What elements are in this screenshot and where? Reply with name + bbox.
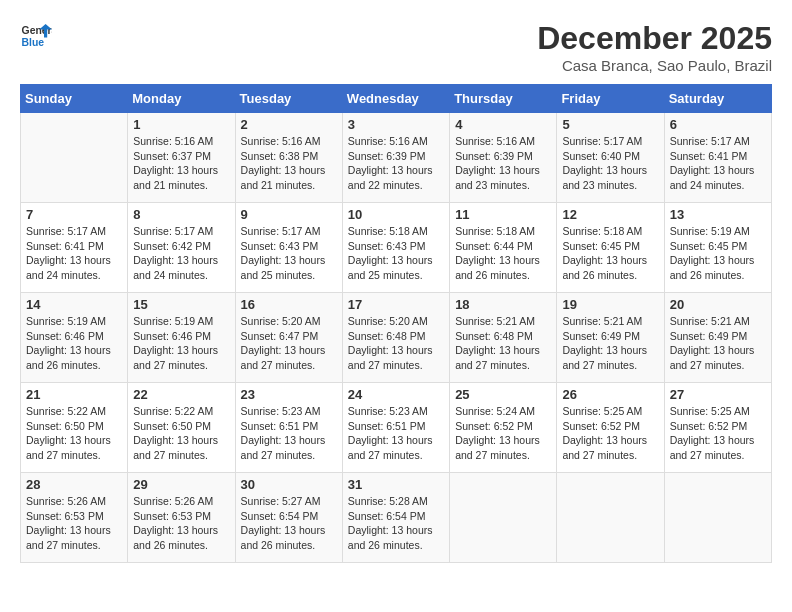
day-number: 25: [455, 387, 551, 402]
day-number: 12: [562, 207, 658, 222]
calendar-cell: 12Sunrise: 5:18 AM Sunset: 6:45 PM Dayli…: [557, 203, 664, 293]
day-info: Sunrise: 5:20 AM Sunset: 6:48 PM Dayligh…: [348, 314, 444, 373]
calendar-cell: 8Sunrise: 5:17 AM Sunset: 6:42 PM Daylig…: [128, 203, 235, 293]
calendar-cell: 21Sunrise: 5:22 AM Sunset: 6:50 PM Dayli…: [21, 383, 128, 473]
day-number: 24: [348, 387, 444, 402]
day-info: Sunrise: 5:27 AM Sunset: 6:54 PM Dayligh…: [241, 494, 337, 553]
day-number: 3: [348, 117, 444, 132]
day-number: 21: [26, 387, 122, 402]
day-info: Sunrise: 5:21 AM Sunset: 6:49 PM Dayligh…: [562, 314, 658, 373]
day-number: 17: [348, 297, 444, 312]
calendar-cell: 28Sunrise: 5:26 AM Sunset: 6:53 PM Dayli…: [21, 473, 128, 563]
calendar-cell: 22Sunrise: 5:22 AM Sunset: 6:50 PM Dayli…: [128, 383, 235, 473]
day-info: Sunrise: 5:24 AM Sunset: 6:52 PM Dayligh…: [455, 404, 551, 463]
calendar-cell: 10Sunrise: 5:18 AM Sunset: 6:43 PM Dayli…: [342, 203, 449, 293]
day-number: 23: [241, 387, 337, 402]
day-number: 10: [348, 207, 444, 222]
day-number: 28: [26, 477, 122, 492]
day-info: Sunrise: 5:26 AM Sunset: 6:53 PM Dayligh…: [133, 494, 229, 553]
calendar-cell: 27Sunrise: 5:25 AM Sunset: 6:52 PM Dayli…: [664, 383, 771, 473]
calendar-week-2: 7Sunrise: 5:17 AM Sunset: 6:41 PM Daylig…: [21, 203, 772, 293]
calendar-cell: 19Sunrise: 5:21 AM Sunset: 6:49 PM Dayli…: [557, 293, 664, 383]
day-info: Sunrise: 5:16 AM Sunset: 6:39 PM Dayligh…: [455, 134, 551, 193]
day-info: Sunrise: 5:25 AM Sunset: 6:52 PM Dayligh…: [670, 404, 766, 463]
calendar-cell: 1Sunrise: 5:16 AM Sunset: 6:37 PM Daylig…: [128, 113, 235, 203]
day-info: Sunrise: 5:17 AM Sunset: 6:40 PM Dayligh…: [562, 134, 658, 193]
day-number: 2: [241, 117, 337, 132]
day-info: Sunrise: 5:20 AM Sunset: 6:47 PM Dayligh…: [241, 314, 337, 373]
day-info: Sunrise: 5:19 AM Sunset: 6:46 PM Dayligh…: [26, 314, 122, 373]
day-number: 14: [26, 297, 122, 312]
day-info: Sunrise: 5:16 AM Sunset: 6:37 PM Dayligh…: [133, 134, 229, 193]
calendar-cell: 7Sunrise: 5:17 AM Sunset: 6:41 PM Daylig…: [21, 203, 128, 293]
calendar-cell: 13Sunrise: 5:19 AM Sunset: 6:45 PM Dayli…: [664, 203, 771, 293]
day-number: 27: [670, 387, 766, 402]
day-number: 7: [26, 207, 122, 222]
day-number: 4: [455, 117, 551, 132]
calendar-cell: 30Sunrise: 5:27 AM Sunset: 6:54 PM Dayli…: [235, 473, 342, 563]
calendar-cell: 17Sunrise: 5:20 AM Sunset: 6:48 PM Dayli…: [342, 293, 449, 383]
title-block: December 2025 Casa Branca, Sao Paulo, Br…: [537, 20, 772, 74]
location-subtitle: Casa Branca, Sao Paulo, Brazil: [537, 57, 772, 74]
calendar-week-4: 21Sunrise: 5:22 AM Sunset: 6:50 PM Dayli…: [21, 383, 772, 473]
day-info: Sunrise: 5:28 AM Sunset: 6:54 PM Dayligh…: [348, 494, 444, 553]
day-number: 18: [455, 297, 551, 312]
weekday-header-row: SundayMondayTuesdayWednesdayThursdayFrid…: [21, 85, 772, 113]
calendar-cell: 3Sunrise: 5:16 AM Sunset: 6:39 PM Daylig…: [342, 113, 449, 203]
day-number: 1: [133, 117, 229, 132]
calendar-cell: 29Sunrise: 5:26 AM Sunset: 6:53 PM Dayli…: [128, 473, 235, 563]
day-number: 16: [241, 297, 337, 312]
calendar-week-1: 1Sunrise: 5:16 AM Sunset: 6:37 PM Daylig…: [21, 113, 772, 203]
day-number: 20: [670, 297, 766, 312]
day-info: Sunrise: 5:22 AM Sunset: 6:50 PM Dayligh…: [133, 404, 229, 463]
weekday-header-friday: Friday: [557, 85, 664, 113]
day-info: Sunrise: 5:21 AM Sunset: 6:49 PM Dayligh…: [670, 314, 766, 373]
calendar-cell: 24Sunrise: 5:23 AM Sunset: 6:51 PM Dayli…: [342, 383, 449, 473]
day-info: Sunrise: 5:19 AM Sunset: 6:46 PM Dayligh…: [133, 314, 229, 373]
day-info: Sunrise: 5:17 AM Sunset: 6:41 PM Dayligh…: [670, 134, 766, 193]
weekday-header-monday: Monday: [128, 85, 235, 113]
day-info: Sunrise: 5:18 AM Sunset: 6:43 PM Dayligh…: [348, 224, 444, 283]
calendar-cell: [21, 113, 128, 203]
day-number: 30: [241, 477, 337, 492]
day-number: 22: [133, 387, 229, 402]
weekday-header-tuesday: Tuesday: [235, 85, 342, 113]
calendar-week-3: 14Sunrise: 5:19 AM Sunset: 6:46 PM Dayli…: [21, 293, 772, 383]
day-info: Sunrise: 5:23 AM Sunset: 6:51 PM Dayligh…: [241, 404, 337, 463]
day-number: 29: [133, 477, 229, 492]
day-number: 5: [562, 117, 658, 132]
calendar-cell: 14Sunrise: 5:19 AM Sunset: 6:46 PM Dayli…: [21, 293, 128, 383]
calendar-week-5: 28Sunrise: 5:26 AM Sunset: 6:53 PM Dayli…: [21, 473, 772, 563]
day-info: Sunrise: 5:16 AM Sunset: 6:38 PM Dayligh…: [241, 134, 337, 193]
day-info: Sunrise: 5:23 AM Sunset: 6:51 PM Dayligh…: [348, 404, 444, 463]
calendar-cell: [557, 473, 664, 563]
logo: General Blue: [20, 20, 52, 52]
day-number: 19: [562, 297, 658, 312]
calendar-cell: 16Sunrise: 5:20 AM Sunset: 6:47 PM Dayli…: [235, 293, 342, 383]
calendar-cell: 20Sunrise: 5:21 AM Sunset: 6:49 PM Dayli…: [664, 293, 771, 383]
day-number: 13: [670, 207, 766, 222]
day-info: Sunrise: 5:22 AM Sunset: 6:50 PM Dayligh…: [26, 404, 122, 463]
calendar-cell: 23Sunrise: 5:23 AM Sunset: 6:51 PM Dayli…: [235, 383, 342, 473]
calendar-cell: [664, 473, 771, 563]
day-info: Sunrise: 5:19 AM Sunset: 6:45 PM Dayligh…: [670, 224, 766, 283]
calendar-cell: 5Sunrise: 5:17 AM Sunset: 6:40 PM Daylig…: [557, 113, 664, 203]
day-number: 8: [133, 207, 229, 222]
calendar-cell: 4Sunrise: 5:16 AM Sunset: 6:39 PM Daylig…: [450, 113, 557, 203]
calendar-cell: [450, 473, 557, 563]
day-info: Sunrise: 5:16 AM Sunset: 6:39 PM Dayligh…: [348, 134, 444, 193]
day-number: 26: [562, 387, 658, 402]
day-number: 9: [241, 207, 337, 222]
day-info: Sunrise: 5:17 AM Sunset: 6:43 PM Dayligh…: [241, 224, 337, 283]
calendar-table: SundayMondayTuesdayWednesdayThursdayFrid…: [20, 84, 772, 563]
logo-icon: General Blue: [20, 20, 52, 52]
calendar-cell: 2Sunrise: 5:16 AM Sunset: 6:38 PM Daylig…: [235, 113, 342, 203]
weekday-header-thursday: Thursday: [450, 85, 557, 113]
calendar-cell: 25Sunrise: 5:24 AM Sunset: 6:52 PM Dayli…: [450, 383, 557, 473]
calendar-cell: 26Sunrise: 5:25 AM Sunset: 6:52 PM Dayli…: [557, 383, 664, 473]
calendar-cell: 31Sunrise: 5:28 AM Sunset: 6:54 PM Dayli…: [342, 473, 449, 563]
weekday-header-wednesday: Wednesday: [342, 85, 449, 113]
day-number: 6: [670, 117, 766, 132]
day-number: 15: [133, 297, 229, 312]
svg-text:Blue: Blue: [22, 37, 45, 48]
